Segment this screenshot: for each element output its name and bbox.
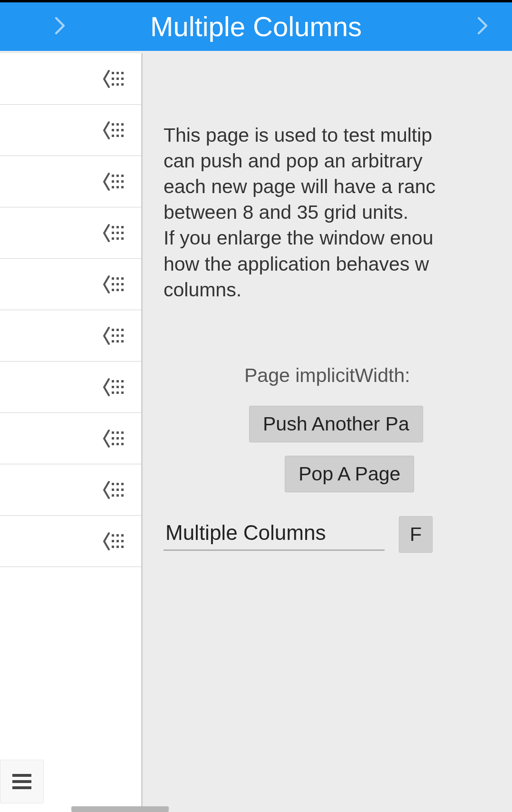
list-edge-icon [103, 69, 128, 89]
svg-rect-21 [112, 180, 114, 183]
svg-rect-2 [121, 72, 124, 74]
svg-rect-18 [112, 175, 114, 177]
svg-rect-20 [121, 175, 124, 177]
svg-rect-68 [121, 437, 124, 440]
svg-rect-56 [121, 380, 124, 382]
svg-rect-92 [12, 786, 31, 789]
svg-rect-45 [112, 329, 114, 331]
description-line: columns. [164, 277, 512, 303]
svg-rect-67 [116, 437, 119, 440]
svg-rect-88 [116, 546, 119, 548]
svg-rect-82 [116, 534, 119, 537]
svg-rect-65 [121, 431, 124, 434]
list-item[interactable] [0, 362, 141, 413]
svg-rect-1 [116, 72, 119, 74]
svg-rect-44 [121, 289, 124, 291]
svg-rect-6 [112, 83, 114, 86]
svg-rect-55 [116, 380, 119, 382]
list-edge-icon [103, 480, 128, 500]
svg-rect-3 [112, 78, 114, 80]
chevron-right-icon[interactable] [470, 14, 493, 39]
description-line: If you enlarge the window enou [164, 225, 512, 251]
list-item[interactable] [0, 259, 141, 310]
chevron-right-icon[interactable] [48, 14, 70, 39]
svg-rect-83 [121, 534, 124, 537]
svg-rect-59 [121, 386, 124, 388]
svg-rect-24 [112, 186, 114, 188]
svg-rect-38 [121, 277, 124, 280]
svg-rect-91 [12, 780, 31, 783]
svg-rect-72 [112, 483, 114, 485]
pop-page-button[interactable]: Pop A Page [285, 456, 414, 492]
svg-rect-64 [116, 431, 119, 434]
svg-rect-15 [112, 135, 114, 137]
svg-rect-90 [12, 774, 31, 777]
svg-rect-77 [121, 489, 124, 491]
svg-rect-36 [112, 277, 114, 280]
svg-rect-7 [116, 83, 119, 86]
svg-rect-10 [116, 123, 119, 126]
svg-rect-0 [112, 72, 114, 74]
list-item[interactable] [0, 464, 141, 516]
svg-rect-63 [112, 431, 114, 434]
svg-rect-54 [112, 380, 114, 382]
page-title-input[interactable] [164, 518, 385, 551]
list-edge-icon [103, 531, 128, 551]
svg-rect-8 [121, 83, 124, 86]
svg-rect-53 [121, 340, 124, 342]
hamburger-menu-button[interactable] [0, 760, 44, 803]
svg-rect-57 [112, 386, 114, 388]
svg-rect-47 [121, 329, 124, 331]
svg-rect-85 [116, 540, 119, 542]
svg-rect-11 [121, 123, 124, 126]
svg-rect-52 [116, 340, 119, 342]
app-header: ns Multiple Columns [0, 2, 512, 51]
svg-rect-66 [112, 437, 114, 440]
svg-rect-9 [112, 123, 114, 126]
svg-rect-5 [121, 78, 124, 80]
svg-rect-46 [116, 329, 119, 331]
svg-rect-50 [121, 334, 124, 337]
svg-rect-71 [121, 443, 124, 445]
svg-rect-25 [116, 186, 119, 188]
list-item[interactable] [0, 310, 141, 362]
svg-rect-41 [121, 283, 124, 285]
svg-rect-34 [116, 237, 119, 240]
list-edge-icon [103, 120, 128, 140]
svg-rect-14 [121, 129, 124, 131]
description-line: how the application behaves w [164, 251, 512, 277]
main-content: This page is used to test multip can pus… [143, 53, 512, 812]
svg-rect-69 [112, 443, 114, 445]
list-item[interactable] [0, 516, 141, 567]
svg-rect-61 [116, 391, 119, 394]
svg-rect-37 [116, 277, 119, 280]
svg-rect-39 [112, 283, 114, 285]
list-item[interactable] [0, 53, 141, 105]
list-item[interactable] [0, 105, 141, 156]
list-item[interactable] [0, 207, 141, 259]
page-title: Multiple Columns [150, 2, 362, 51]
list-item[interactable] [0, 413, 141, 464]
horizontal-scrollbar[interactable] [71, 806, 169, 812]
svg-rect-43 [116, 289, 119, 291]
list-edge-icon [103, 377, 128, 397]
svg-rect-23 [121, 180, 124, 183]
description-line: This page is used to test multip [164, 122, 512, 148]
push-page-button[interactable]: Push Another Pa [249, 406, 423, 442]
list-edge-icon [103, 429, 128, 449]
description-line: each new page will have a ranc [164, 174, 512, 199]
svg-rect-62 [121, 391, 124, 394]
svg-rect-28 [116, 226, 119, 228]
rename-button[interactable]: F [399, 516, 433, 553]
svg-rect-89 [121, 546, 124, 548]
svg-rect-78 [112, 494, 114, 497]
svg-rect-84 [112, 540, 114, 542]
list-edge-icon [103, 223, 128, 243]
svg-rect-32 [121, 232, 124, 234]
sidebar [0, 53, 143, 812]
svg-rect-40 [116, 283, 119, 285]
svg-rect-51 [112, 340, 114, 342]
svg-rect-30 [112, 232, 114, 234]
svg-rect-70 [116, 443, 119, 445]
list-item[interactable] [0, 156, 141, 207]
